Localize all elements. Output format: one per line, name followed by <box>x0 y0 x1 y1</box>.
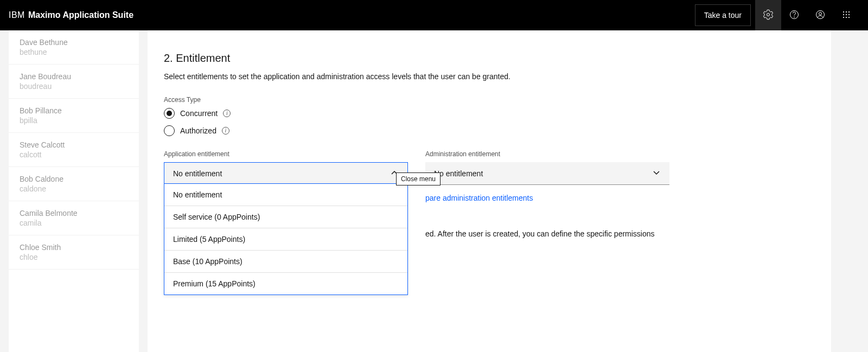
radio-icon <box>164 125 175 136</box>
list-item[interactable]: Bob Caldone caldone <box>9 167 139 201</box>
list-item[interactable]: Bob Pillance bpilla <box>9 99 139 133</box>
svg-point-12 <box>846 16 847 17</box>
svg-point-10 <box>848 14 850 15</box>
user-username: bethune <box>20 48 128 56</box>
svg-point-2 <box>794 16 795 17</box>
list-item[interactable]: Camila Belmonte camila <box>9 201 139 235</box>
take-tour-button[interactable]: Take a tour <box>695 4 751 26</box>
radio-label: Concurrent <box>180 109 218 118</box>
entitlement-row: Application entitlement No entitlement C… <box>164 150 690 238</box>
gear-icon <box>763 9 774 22</box>
user-name: Chloe Smith <box>20 243 128 252</box>
user-username: bpilla <box>20 116 128 125</box>
list-item[interactable]: Steve Calcott calcott <box>9 133 139 167</box>
app-entitlement-options: No entitlement Self service (0 AppPoints… <box>164 183 408 295</box>
main-panel: 2. Entitlement Select entitlements to se… <box>148 30 831 352</box>
user-username: boudreau <box>20 82 128 91</box>
chevron-down-icon <box>652 168 661 178</box>
access-type-label: Access Type <box>164 96 690 104</box>
right-gutter <box>831 30 868 352</box>
post-create-permissions-text: ed. After the user is created, you can d… <box>425 229 669 238</box>
svg-point-8 <box>843 14 844 15</box>
admin-entitlement-dropdown[interactable]: No entitlement <box>425 162 669 185</box>
administration-entitlement-column: Administration entitlement No entitlemen… <box>425 150 669 238</box>
user-avatar-icon <box>815 9 826 22</box>
brand-name: Maximo Application Suite <box>28 10 133 20</box>
user-username: camila <box>20 219 128 227</box>
help-icon-button[interactable] <box>781 0 807 30</box>
application-entitlement-column: Application entitlement No entitlement C… <box>164 150 408 238</box>
svg-point-0 <box>767 13 770 16</box>
radio-icon <box>164 108 175 119</box>
svg-point-9 <box>846 14 847 15</box>
top-bar: IBM Maximo Application Suite Take a tour <box>0 0 868 30</box>
brand: IBM Maximo Application Suite <box>9 10 133 20</box>
help-icon <box>789 9 800 22</box>
user-name: Bob Pillance <box>20 106 128 115</box>
app-entitlement-label: Application entitlement <box>164 150 408 158</box>
user-username: caldone <box>20 184 128 193</box>
top-bar-actions: Take a tour <box>695 0 859 30</box>
left-gutter <box>0 30 9 352</box>
close-menu-tooltip: Close menu <box>396 172 441 185</box>
section-title: 2. Entitlement <box>164 52 690 65</box>
svg-point-13 <box>848 16 850 17</box>
svg-point-11 <box>843 16 844 17</box>
list-item[interactable]: Dave Bethune bethune <box>9 30 139 65</box>
access-type-group: Access Type Concurrent i Authorized i <box>164 96 690 136</box>
section-description: Select entitlements to set the applicati… <box>164 72 690 81</box>
dropdown-option[interactable]: No entitlement <box>164 184 407 206</box>
svg-point-5 <box>843 11 844 12</box>
user-list-sidebar: Dave Bethune bethune Jane Boudreau boudr… <box>9 30 139 352</box>
user-icon-button[interactable] <box>807 0 833 30</box>
main-wrap: 2. Entitlement Select entitlements to se… <box>148 30 868 352</box>
settings-icon-button[interactable] <box>755 0 781 30</box>
svg-point-7 <box>848 11 850 12</box>
svg-point-4 <box>819 12 822 15</box>
dropdown-value: No entitlement <box>173 169 222 178</box>
app-switcher-button[interactable] <box>833 0 859 30</box>
grid-icon <box>841 9 852 22</box>
dropdown-option[interactable]: Limited (5 AppPoints) <box>164 228 407 251</box>
radio-label: Authorized <box>180 126 216 135</box>
info-icon[interactable]: i <box>222 127 229 135</box>
user-name: Dave Bethune <box>20 38 128 47</box>
list-item[interactable]: Chloe Smith chloe <box>9 235 139 270</box>
user-username: calcott <box>20 150 128 159</box>
user-name: Jane Boudreau <box>20 72 128 81</box>
radio-authorized[interactable]: Authorized i <box>164 125 690 136</box>
dropdown-value: No entitlement <box>434 169 483 178</box>
app-entitlement-dropdown[interactable]: No entitlement <box>164 162 408 185</box>
dropdown-option[interactable]: Premium (15 AppPoints) <box>164 273 407 295</box>
page-body: Dave Bethune bethune Jane Boudreau boudr… <box>0 30 868 352</box>
list-item[interactable]: Jane Boudreau boudreau <box>9 65 139 99</box>
compare-admin-entitlements-link[interactable]: pare administration entitlements <box>425 194 533 202</box>
user-name: Bob Caldone <box>20 175 128 183</box>
user-username: chloe <box>20 253 128 261</box>
user-name: Camila Belmonte <box>20 209 128 217</box>
sidebar-gutter <box>139 30 148 352</box>
user-name: Steve Calcott <box>20 140 128 149</box>
admin-entitlement-label: Administration entitlement <box>425 150 669 158</box>
dropdown-option[interactable]: Self service (0 AppPoints) <box>164 206 407 228</box>
svg-point-6 <box>846 11 847 12</box>
info-icon[interactable]: i <box>223 110 231 117</box>
dropdown-option[interactable]: Base (10 AppPoints) <box>164 251 407 273</box>
brand-prefix: IBM <box>9 10 25 20</box>
radio-concurrent[interactable]: Concurrent i <box>164 108 690 119</box>
